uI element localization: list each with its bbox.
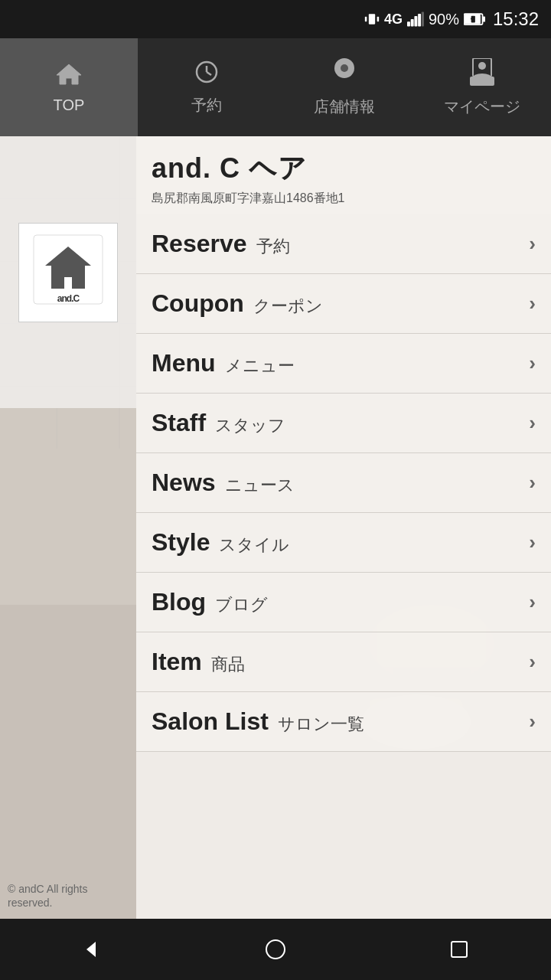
menu-item-blog-label: Blog ブログ — [152, 588, 268, 616]
svg-point-18 — [341, 64, 348, 72]
svg-text:and.C: and.C — [57, 293, 80, 304]
menu-item-news-en: News — [152, 469, 216, 497]
recent-icon — [448, 939, 470, 960]
menu-item-reserve-ja: 予約 — [256, 235, 290, 258]
svg-rect-5 — [414, 16, 417, 26]
chevron-staff-icon: › — [529, 411, 536, 435]
menu-item-style-en: Style — [152, 528, 210, 557]
menu-item-blog-ja: ブログ — [215, 593, 268, 616]
chevron-menu-icon: › — [529, 351, 536, 375]
menu-item-style-ja: スタイル — [219, 534, 289, 557]
copyright-text: © andC All rights reserved. — [8, 883, 87, 909]
salon-logo: and.C — [18, 223, 118, 322]
menu-item-menu[interactable]: Menu メニュー › — [136, 334, 551, 394]
menu-item-coupon-en: Coupon — [152, 289, 244, 318]
shop-header: and. C ヘア 島尻郡南風原町字津嘉山1486番地1 — [136, 136, 551, 214]
svg-rect-1 — [365, 17, 367, 22]
menu-item-staff-label: Staff スタッフ — [152, 409, 285, 437]
menu-item-reserve-label: Reserve 予約 — [152, 230, 290, 258]
svg-point-42 — [266, 940, 285, 959]
status-bar: 4G 90% 15:32 — [0, 0, 551, 38]
home-icon — [55, 61, 83, 92]
tab-mypage-label: マイページ — [444, 96, 520, 117]
status-icons: 4G 90% 15:32 — [364, 8, 539, 30]
menu-item-salon-list-label: Salon List サロン一覧 — [152, 707, 364, 736]
android-nav-bar — [0, 919, 551, 980]
vibrate-icon — [364, 11, 380, 27]
location-icon — [334, 58, 354, 92]
footer-area: © andC All rights reserved. — [0, 873, 136, 919]
menu-panel: and. C ヘア 島尻郡南風原町字津嘉山1486番地1 Reserve 予約 … — [136, 136, 551, 919]
chevron-salon-list-icon: › — [529, 710, 536, 733]
logo-panel: and.C — [0, 136, 136, 408]
menu-item-item-label: Item 商品 — [152, 648, 245, 676]
tab-top[interactable]: TOP — [0, 38, 138, 136]
menu-item-menu-ja: メニュー — [225, 354, 295, 377]
menu-item-style-label: Style スタイル — [152, 528, 289, 557]
svg-rect-0 — [369, 14, 375, 24]
svg-marker-41 — [86, 942, 96, 957]
shop-name: and. C ヘア — [152, 150, 536, 188]
menu-item-news[interactable]: News ニュース › — [136, 453, 551, 513]
menu-list: Reserve 予約 › Coupon クーポン › Menu メニュー › — [136, 214, 551, 919]
menu-item-staff-ja: スタッフ — [215, 414, 285, 437]
chevron-style-icon: › — [529, 531, 536, 554]
svg-rect-10 — [482, 17, 485, 22]
battery-percentage: 90% — [429, 11, 459, 28]
tab-mypage[interactable]: マイページ — [413, 38, 551, 136]
menu-item-reserve[interactable]: Reserve 予約 › — [136, 214, 551, 274]
person-icon — [470, 58, 494, 92]
shop-address: 島尻郡南風原町字津嘉山1486番地1 — [152, 191, 536, 207]
chevron-item-icon: › — [529, 650, 536, 674]
chevron-news-icon: › — [529, 471, 536, 495]
menu-item-style[interactable]: Style スタイル › — [136, 513, 551, 573]
tab-store-label: 店舗情報 — [314, 96, 375, 117]
back-icon — [80, 938, 103, 961]
menu-item-news-ja: ニュース — [225, 474, 295, 497]
svg-rect-6 — [418, 14, 421, 27]
tab-reserve[interactable]: 予約 — [138, 38, 276, 136]
clock-icon — [194, 60, 219, 90]
menu-item-blog-en: Blog — [152, 588, 206, 616]
svg-rect-3 — [407, 21, 410, 26]
menu-item-staff[interactable]: Staff スタッフ › — [136, 394, 551, 453]
menu-item-item[interactable]: Item 商品 › — [136, 632, 551, 692]
svg-rect-7 — [422, 12, 424, 27]
menu-item-news-label: News ニュース — [152, 469, 295, 497]
menu-item-menu-label: Menu メニュー — [152, 349, 295, 377]
menu-item-salon-list-en: Salon List — [152, 707, 269, 736]
svg-marker-13 — [57, 64, 81, 84]
home-button[interactable] — [253, 926, 298, 972]
menu-item-item-en: Item — [152, 648, 202, 676]
chevron-reserve-icon: › — [529, 232, 536, 256]
network-type: 4G — [384, 11, 403, 28]
tab-store[interactable]: 店舗情報 — [276, 38, 413, 136]
menu-item-coupon-ja: クーポン — [253, 295, 323, 318]
main-content: and.C and. C ヘア 島尻郡南風原町字津嘉山1486番地1 Reser… — [0, 136, 551, 919]
svg-point-21 — [478, 62, 486, 70]
chevron-blog-icon: › — [529, 590, 536, 614]
recent-button[interactable] — [436, 926, 482, 972]
svg-rect-4 — [411, 19, 414, 26]
chevron-coupon-icon: › — [529, 292, 536, 315]
tab-top-label: TOP — [54, 96, 85, 114]
time-display: 15:32 — [493, 8, 539, 30]
menu-item-coupon-label: Coupon クーポン — [152, 289, 323, 318]
signal-icon — [407, 11, 424, 27]
menu-item-salon-list-ja: サロン一覧 — [278, 713, 364, 736]
tab-reserve-label: 予約 — [191, 95, 222, 116]
svg-rect-43 — [452, 942, 467, 957]
menu-item-reserve-en: Reserve — [152, 230, 247, 258]
nav-tabs: TOP 予約 店舗情報 — [0, 38, 551, 136]
svg-line-16 — [207, 72, 211, 75]
menu-item-salon-list[interactable]: Salon List サロン一覧 › — [136, 692, 551, 752]
svg-rect-2 — [377, 17, 380, 22]
back-button[interactable] — [69, 926, 115, 972]
menu-item-blog[interactable]: Blog ブログ › — [136, 573, 551, 632]
svg-rect-22 — [470, 77, 494, 86]
menu-item-item-ja: 商品 — [211, 653, 245, 676]
menu-item-coupon[interactable]: Coupon クーポン › — [136, 274, 551, 334]
menu-item-menu-en: Menu — [152, 349, 216, 377]
home-circle-icon — [264, 938, 287, 961]
menu-item-staff-en: Staff — [152, 409, 206, 437]
